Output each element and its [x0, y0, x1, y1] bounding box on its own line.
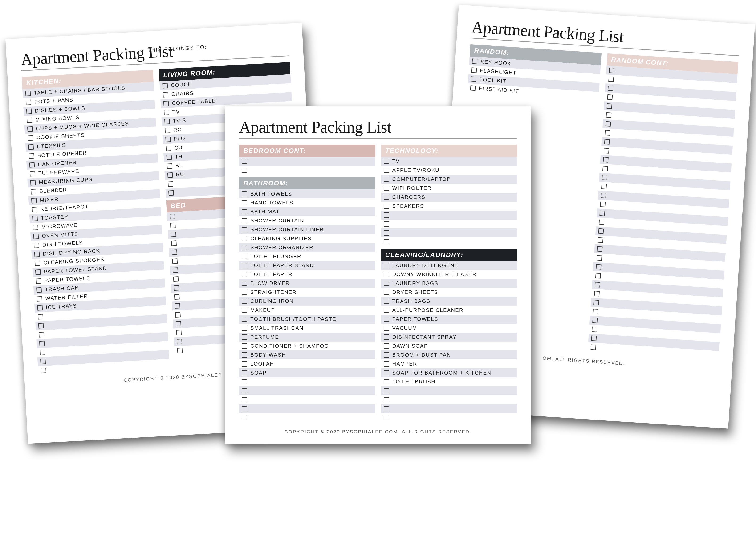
checkbox[interactable]: [594, 300, 599, 305]
checkbox[interactable]: [384, 326, 389, 331]
checkbox[interactable]: [242, 200, 247, 205]
checkbox[interactable]: [384, 370, 389, 376]
checkbox[interactable]: [242, 299, 247, 304]
checkbox[interactable]: [167, 172, 173, 178]
checkbox[interactable]: [163, 92, 168, 97]
checkbox[interactable]: [242, 236, 247, 241]
checkbox[interactable]: [384, 281, 389, 286]
checkbox[interactable]: [384, 159, 389, 164]
checkbox[interactable]: [594, 291, 599, 296]
checkbox[interactable]: [606, 112, 611, 118]
checkbox[interactable]: [384, 352, 389, 358]
checkbox[interactable]: [41, 368, 46, 373]
checkbox[interactable]: [608, 85, 613, 91]
checkbox[interactable]: [31, 189, 36, 194]
checkbox[interactable]: [163, 101, 168, 106]
checkbox[interactable]: [384, 415, 389, 420]
checkbox[interactable]: [384, 230, 389, 235]
checkbox[interactable]: [384, 316, 389, 322]
checkbox[interactable]: [40, 359, 46, 364]
checkbox[interactable]: [242, 209, 247, 214]
checkbox[interactable]: [242, 308, 247, 313]
checkbox[interactable]: [164, 110, 169, 115]
checkbox[interactable]: [598, 237, 603, 243]
checkbox[interactable]: [173, 276, 179, 282]
checkbox[interactable]: [31, 198, 37, 203]
checkbox[interactable]: [602, 175, 607, 180]
checkbox[interactable]: [170, 223, 176, 228]
checkbox[interactable]: [242, 272, 247, 277]
checkbox[interactable]: [27, 118, 32, 123]
checkbox[interactable]: [242, 352, 247, 358]
checkbox[interactable]: [30, 180, 36, 185]
checkbox[interactable]: [605, 121, 611, 127]
checkbox[interactable]: [242, 316, 247, 322]
checkbox[interactable]: [26, 100, 31, 105]
checkbox[interactable]: [607, 95, 612, 100]
checkbox[interactable]: [601, 193, 606, 198]
checkbox[interactable]: [596, 255, 602, 260]
checkbox[interactable]: [384, 397, 389, 402]
checkbox[interactable]: [242, 245, 247, 250]
checkbox[interactable]: [33, 225, 38, 230]
checkbox[interactable]: [26, 108, 32, 114]
checkbox[interactable]: [591, 345, 596, 350]
checkbox[interactable]: [25, 91, 31, 96]
checkbox[interactable]: [32, 216, 38, 221]
checkbox[interactable]: [164, 119, 170, 124]
checkbox[interactable]: [608, 77, 614, 82]
checkbox[interactable]: [242, 263, 247, 268]
checkbox[interactable]: [177, 339, 182, 345]
checkbox[interactable]: [471, 67, 477, 73]
checkbox[interactable]: [384, 290, 389, 295]
checkbox[interactable]: [30, 171, 35, 176]
checkbox[interactable]: [242, 159, 247, 164]
checkbox[interactable]: [471, 76, 476, 82]
checkbox[interactable]: [176, 321, 181, 327]
checkbox[interactable]: [606, 103, 612, 109]
checkbox[interactable]: [384, 212, 389, 218]
checkbox[interactable]: [167, 163, 172, 169]
checkbox[interactable]: [34, 243, 39, 248]
checkbox[interactable]: [472, 58, 477, 64]
checkbox[interactable]: [384, 222, 389, 227]
checkbox[interactable]: [29, 153, 34, 158]
checkbox[interactable]: [384, 177, 389, 182]
checkbox[interactable]: [175, 303, 180, 309]
checkbox[interactable]: [242, 370, 247, 376]
checkbox[interactable]: [599, 220, 604, 225]
checkbox[interactable]: [176, 330, 182, 335]
checkbox[interactable]: [35, 260, 40, 266]
checkbox[interactable]: [598, 228, 604, 234]
checkbox[interactable]: [175, 312, 180, 318]
checkbox[interactable]: [384, 334, 389, 340]
checkbox[interactable]: [28, 135, 33, 141]
checkbox[interactable]: [384, 361, 389, 366]
checkbox[interactable]: [384, 272, 389, 277]
checkbox[interactable]: [242, 254, 247, 259]
checkbox[interactable]: [384, 204, 389, 209]
checkbox[interactable]: [172, 258, 178, 264]
checkbox[interactable]: [39, 332, 44, 337]
checkbox[interactable]: [242, 334, 247, 340]
checkbox[interactable]: [384, 195, 389, 200]
checkbox[interactable]: [37, 296, 42, 302]
checkbox[interactable]: [593, 309, 598, 314]
checkbox[interactable]: [38, 314, 43, 320]
checkbox[interactable]: [597, 246, 602, 252]
checkbox[interactable]: [34, 252, 40, 257]
checkbox[interactable]: [384, 344, 389, 349]
checkbox[interactable]: [603, 157, 608, 162]
checkbox[interactable]: [595, 273, 601, 278]
checkbox[interactable]: [28, 144, 34, 150]
checkbox[interactable]: [242, 168, 247, 173]
checkbox[interactable]: [384, 299, 389, 304]
checkbox[interactable]: [177, 348, 183, 353]
checkbox[interactable]: [165, 128, 170, 133]
checkbox[interactable]: [166, 154, 172, 160]
checkbox[interactable]: [609, 68, 614, 73]
checkbox[interactable]: [242, 379, 247, 384]
checkbox[interactable]: [37, 305, 43, 310]
checkbox[interactable]: [170, 214, 175, 219]
checkbox[interactable]: [165, 136, 171, 142]
